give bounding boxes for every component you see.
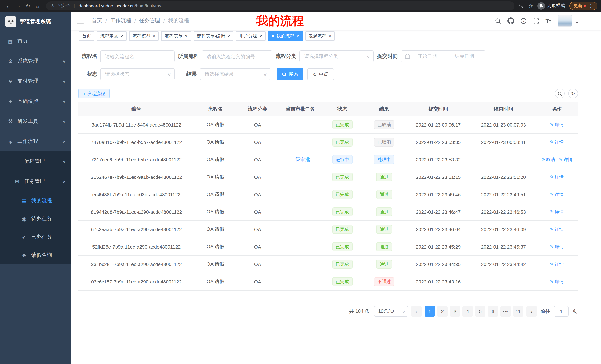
tab-流程表单[interactable]: 流程表单×: [161, 31, 191, 41]
status-select[interactable]: 请选择状态 ∨: [100, 68, 175, 80]
bookmark-star-icon[interactable]: ☆: [528, 3, 533, 9]
cell-result: 通过: [363, 220, 405, 238]
cell-category: OA: [236, 273, 279, 290]
close-icon[interactable]: ×: [329, 34, 331, 38]
detail-button[interactable]: ✎详情: [550, 122, 564, 128]
sidebar-item-done-tasks[interactable]: ✔已办任务: [0, 228, 71, 246]
sidebar-item-label: 支付管理: [18, 78, 63, 85]
hamburger-icon[interactable]: [77, 18, 84, 24]
cell-id: 819442e8-7b9a-11ec-a290-acde48001122: [78, 203, 194, 220]
result-badge: 通过: [376, 207, 392, 216]
breadcrumb-item[interactable]: 工作流程: [110, 18, 131, 24]
search-icon[interactable]: [495, 18, 501, 24]
address-bar[interactable]: ⚠ 不安全 | dashboard.yudao.iocoder.cn/bpm/t…: [46, 1, 515, 10]
home-button[interactable]: ⌂: [33, 1, 42, 10]
github-icon[interactable]: [507, 18, 514, 24]
create-process-button[interactable]: + 发起流程: [78, 89, 109, 98]
app-logo[interactable]: 芋道管理系统: [0, 11, 71, 31]
sidebar-item-process-mgmt[interactable]: ≣流程管理∨: [0, 151, 71, 172]
detail-button[interactable]: ✎详情: [550, 278, 564, 285]
goto-label: 前往: [541, 308, 550, 315]
tab-流程定义[interactable]: 流程定义×: [97, 31, 127, 41]
font-size-icon[interactable]: TT: [546, 18, 551, 24]
sidebar-item-infrastructure[interactable]: ⊞基础设施∨: [0, 91, 71, 111]
tab-我的流程[interactable]: 我的流程×: [268, 31, 302, 41]
page-button[interactable]: 2: [437, 306, 448, 316]
process-name-input[interactable]: [100, 50, 175, 62]
breadcrumb-item[interactable]: 任务管理: [139, 18, 160, 24]
close-icon[interactable]: ×: [296, 34, 299, 38]
update-button[interactable]: 更新 ⋮: [570, 2, 597, 10]
sidebar-item-workflow[interactable]: ◈工作流程∧: [0, 131, 71, 151]
browser-menu-icon[interactable]: ⋮: [588, 3, 593, 9]
page-button[interactable]: 5: [475, 306, 485, 316]
sidebar-item-system[interactable]: ⚙系统管理∨: [0, 51, 71, 71]
close-icon[interactable]: ×: [120, 34, 123, 38]
close-icon[interactable]: ×: [152, 34, 155, 38]
sidebar-item-leave-query[interactable]: ☻请假查询: [0, 246, 71, 264]
page-button[interactable]: 11: [513, 306, 523, 316]
sidebar-item-payment[interactable]: ¥支付管理∨: [0, 71, 71, 91]
cancel-button[interactable]: ⊘取消: [541, 156, 555, 163]
reset-button[interactable]: ↻ 重置: [307, 68, 334, 80]
close-icon[interactable]: ×: [227, 34, 230, 38]
tab-流程表单-编辑[interactable]: 流程表单-编辑×: [193, 31, 233, 41]
detail-button[interactable]: ✎详情: [550, 226, 564, 232]
tab-发起流程[interactable]: 发起流程×: [305, 31, 335, 41]
page-button[interactable]: 1: [425, 306, 435, 316]
password-key-icon[interactable]: [518, 3, 524, 9]
task-icon: ⊟: [14, 179, 20, 184]
cell-current-task: [279, 238, 322, 256]
end-date-placeholder[interactable]: 结束日期: [447, 53, 481, 60]
op-label: 详情: [555, 122, 564, 128]
cell-result: 通过: [363, 168, 405, 186]
start-date-placeholder[interactable]: 开始日期: [410, 53, 444, 60]
detail-button[interactable]: ✎详情: [550, 139, 564, 145]
result-select[interactable]: 请选择流结果 ∨: [200, 68, 270, 80]
current-task-link[interactable]: 一级审批: [291, 157, 310, 162]
page-button[interactable]: 6: [488, 306, 498, 316]
close-icon[interactable]: ×: [260, 34, 262, 38]
detail-button[interactable]: ✎详情: [550, 261, 564, 267]
detail-button[interactable]: ✎详情: [550, 209, 564, 215]
close-icon[interactable]: ×: [185, 34, 187, 38]
sidebar-item-home[interactable]: ▦首页: [0, 31, 71, 51]
submit-time-range-picker[interactable]: 开始日期 - 结束日期: [401, 50, 485, 62]
tab-流程模型[interactable]: 流程模型×: [129, 31, 159, 41]
detail-button[interactable]: ✎详情: [550, 174, 564, 180]
forward-button[interactable]: →: [13, 1, 23, 10]
column-header: 流程名: [194, 102, 236, 116]
chevron-down-icon[interactable]: ▼: [575, 21, 579, 25]
sidebar-item-devtools[interactable]: ⚒研发工具∨: [0, 111, 71, 131]
tab-首页[interactable]: 首页: [79, 31, 94, 41]
detail-button[interactable]: ✎详情: [550, 244, 564, 250]
sidebar-item-task-mgmt[interactable]: ⊟任务管理∧: [0, 172, 71, 192]
refresh-table-button[interactable]: ↻: [568, 89, 578, 98]
fullscreen-icon[interactable]: [533, 18, 539, 24]
page-size-select[interactable]: 10条/页 ∨: [374, 306, 408, 316]
tab-用户分组[interactable]: 用户分组×: [236, 31, 266, 41]
reload-button[interactable]: ↻: [23, 1, 33, 10]
sidebar-item-my-process[interactable]: ▤我的流程: [0, 192, 71, 210]
toggle-search-button[interactable]: [555, 89, 565, 98]
breadcrumb-item[interactable]: 首页: [92, 18, 102, 24]
security-label[interactable]: 不安全: [57, 3, 70, 9]
detail-button[interactable]: ✎详情: [559, 156, 572, 163]
back-button[interactable]: ←: [4, 1, 13, 10]
sidebar-item-todo-tasks[interactable]: ◉待办任务: [0, 210, 71, 228]
goto-page-input[interactable]: [554, 306, 569, 316]
avatar[interactable]: [558, 15, 572, 27]
process-def-input[interactable]: [202, 50, 272, 62]
prev-page-button[interactable]: ‹: [411, 306, 421, 316]
next-page-button[interactable]: ›: [526, 306, 537, 316]
cell-result: 通过: [363, 238, 405, 256]
detail-button[interactable]: ✎详情: [550, 191, 564, 198]
sidebar-item-label: 我的流程: [31, 197, 65, 204]
page-button[interactable]: 3: [450, 306, 460, 316]
page-button[interactable]: 4: [462, 306, 473, 316]
search-button[interactable]: 搜索: [277, 68, 303, 80]
category-select[interactable]: 请选择流程分类 ∨: [299, 50, 374, 62]
pager-ellipsis[interactable]: •••: [500, 306, 511, 316]
help-icon[interactable]: ?: [521, 18, 527, 24]
cell-submit-time: 2022-01-23 00:06:17: [405, 116, 471, 133]
